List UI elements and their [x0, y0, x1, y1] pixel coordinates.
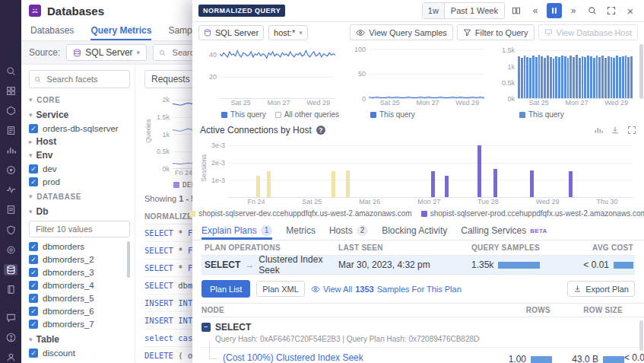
facet-value: discount: [43, 349, 75, 358]
facet-checkbox-dbmorders-6[interactable]: ✓dbmorders_6: [29, 304, 130, 317]
facet-checkbox-dbmorders-8[interactable]: ✓dbmorders_8: [29, 330, 130, 333]
scrollbar-thumb[interactable]: [127, 241, 130, 278]
split-view-icon[interactable]: [509, 3, 524, 18]
tab-explain-plans[interactable]: Explain Plans1: [201, 225, 272, 240]
chart-plot-area: [228, 139, 633, 198]
facet-checkbox-dbmorders-4[interactable]: ✓dbmorders_4: [29, 279, 130, 291]
node-row-select[interactable]: − SELECT Query Hash: 0xAF6467C20F54E2B3 …: [201, 317, 644, 348]
legend-item[interactable]: This query: [519, 110, 564, 119]
col-last-seen: LAST SEEN: [338, 244, 471, 252]
apm-icon[interactable]: [4, 184, 17, 196]
facet-checkbox-dbmorders-5[interactable]: ✓dbmorders_5: [29, 291, 130, 304]
time-preset[interactable]: 1w: [423, 3, 445, 18]
plan-row[interactable]: SELECT → Clustered Index Seek Mar 30, 20…: [201, 256, 635, 275]
scrollbar-thumb[interactable]: [639, 44, 643, 99]
filter-values-input[interactable]: [34, 224, 125, 234]
synthetics-icon[interactable]: [4, 244, 17, 256]
view-database-host-button[interactable]: View Database Host: [538, 24, 638, 40]
legend-item[interactable]: shopist-sqlserver-dev.ccehuppdfqfx.us-we…: [189, 209, 412, 218]
account-icon[interactable]: [4, 352, 17, 363]
plan-xml-button[interactable]: Plan XML: [256, 281, 305, 297]
facet-value: dbmorders: [43, 242, 84, 251]
seek-node-link[interactable]: (Cost 100%) Clustered Index Seek: [223, 352, 363, 363]
facet-section-db[interactable]: ▾Db: [29, 205, 130, 218]
y-axis-ticks: 100500: [349, 44, 369, 99]
query-share-mini-chart: 100500 Sat 25Mon 27Wed 29 This query: [349, 44, 487, 120]
facet-section-table[interactable]: ▾Table: [29, 333, 130, 346]
facet-search-input[interactable]: [45, 74, 125, 84]
facet-checkbox-dbmorders-3[interactable]: ✓dbmorders_3: [29, 266, 130, 279]
help-icon[interactable]: [4, 332, 17, 343]
facet-checkbox-discount[interactable]: ✓discount: [29, 346, 130, 359]
facet-checkbox-orders-db-sqlserver[interactable]: ✓orders-db-sqlserver: [29, 122, 130, 135]
facet-checkbox-prod[interactable]: ✓prod: [29, 175, 130, 188]
tab-blocking-activity[interactable]: Blocking Activity: [382, 225, 447, 240]
tab-query-metrics[interactable]: Query Metrics: [90, 25, 151, 40]
metrics-icon[interactable]: [4, 145, 17, 156]
facet-section-env[interactable]: ▾Env: [29, 148, 130, 162]
legend-item[interactable]: This query: [221, 110, 266, 119]
samples-count: 1353: [355, 285, 373, 294]
chat-icon[interactable]: [4, 312, 17, 323]
logs-icon[interactable]: [4, 204, 17, 215]
datadog-logo[interactable]: [29, 5, 41, 17]
notebooks-icon[interactable]: [4, 284, 17, 295]
tab-databases[interactable]: Databases: [30, 25, 74, 40]
facet-value: prod: [43, 177, 60, 186]
search-icon[interactable]: [4, 65, 17, 77]
collapse-icon[interactable]: −: [201, 323, 211, 332]
fullscreen-icon[interactable]: [604, 3, 619, 18]
view-all-samples-link[interactable]: View All 1353 Samples For This Plan: [311, 285, 462, 294]
step-forward-icon[interactable]: »: [566, 3, 581, 18]
legend-item[interactable]: This query: [370, 110, 415, 119]
help-icon[interactable]: ?: [316, 126, 325, 135]
view-query-samples-button[interactable]: View Query Samples: [350, 24, 453, 40]
facet-section-host[interactable]: ▸Host: [29, 135, 130, 148]
events-icon[interactable]: [4, 125, 17, 136]
results-count-prefix: Showing: [144, 194, 176, 203]
legend-item[interactable]: shopist-sqlserver-prod.ccehuppdfqfx.us-w…: [421, 209, 644, 218]
legend-item[interactable]: All other queries: [275, 110, 339, 119]
infrastructure-icon[interactable]: [4, 85, 17, 97]
filter-to-query-button[interactable]: Filter to Query: [457, 24, 535, 40]
tab-hosts[interactable]: Hosts2: [329, 225, 368, 240]
db-filter-input[interactable]: [29, 221, 130, 237]
download-icon[interactable]: [611, 126, 620, 135]
button-label: View Database Host: [557, 28, 632, 37]
facet-group-core[interactable]: ▾CORE: [29, 91, 130, 108]
search-icon: [34, 75, 41, 84]
facet-checkbox-dev[interactable]: ✓dev: [29, 162, 130, 175]
time-range-label[interactable]: Past 1 Week: [445, 6, 504, 15]
databases-icon[interactable]: [4, 264, 17, 275]
expand-icon[interactable]: [627, 126, 636, 135]
active-connections-section: Active Connections by Host ? Sessions3e-…: [192, 120, 644, 221]
time-range-picker[interactable]: 1w Past 1 Week: [422, 2, 505, 19]
facet-checkbox-dbmorders-2[interactable]: ✓dbmorders_2: [29, 253, 130, 266]
security-icon[interactable]: [4, 224, 17, 236]
zoom-icon[interactable]: [585, 3, 600, 18]
facet-group-database[interactable]: ▾DATABASE: [29, 188, 130, 205]
watchdog-icon[interactable]: [4, 164, 17, 176]
source-pill[interactable]: SQL Server: [198, 25, 264, 40]
scrollbar-thumb[interactable]: [639, 320, 643, 351]
host-map-icon[interactable]: [4, 105, 17, 116]
facet-section-service[interactable]: ▾Service: [29, 108, 130, 122]
step-back-icon[interactable]: «: [528, 3, 543, 18]
close-icon[interactable]: ×: [623, 3, 638, 18]
host-filter-dropdown[interactable]: host:*▾: [268, 25, 308, 40]
facet-search[interactable]: [29, 70, 130, 88]
facet-checkbox-dbmorders[interactable]: ✓dbmorders: [29, 240, 130, 253]
node-row-seek[interactable]: (Cost 100%) Clustered Index Seek Index: …: [201, 348, 644, 363]
bar-chart-toggle-icon[interactable]: [594, 126, 603, 135]
col-query-samples: QUERY SAMPLES: [471, 244, 566, 252]
source-select[interactable]: SQL Server ▾: [66, 44, 147, 61]
tab-metrics[interactable]: Metrics: [286, 225, 316, 240]
pause-button[interactable]: [547, 3, 562, 18]
host-filter-label: host:*: [274, 28, 295, 37]
plan-list-button[interactable]: Plan List: [201, 280, 250, 298]
plan-op-leaf: Clustered Index Seek: [259, 254, 338, 275]
chart-plot-area: [518, 44, 633, 99]
export-plan-button[interactable]: Export Plan: [567, 281, 635, 297]
tab-calling-services[interactable]: Calling ServicesBETA: [461, 225, 547, 240]
facet-checkbox-dbmorders-7[interactable]: ✓dbmorders_7: [29, 317, 130, 330]
